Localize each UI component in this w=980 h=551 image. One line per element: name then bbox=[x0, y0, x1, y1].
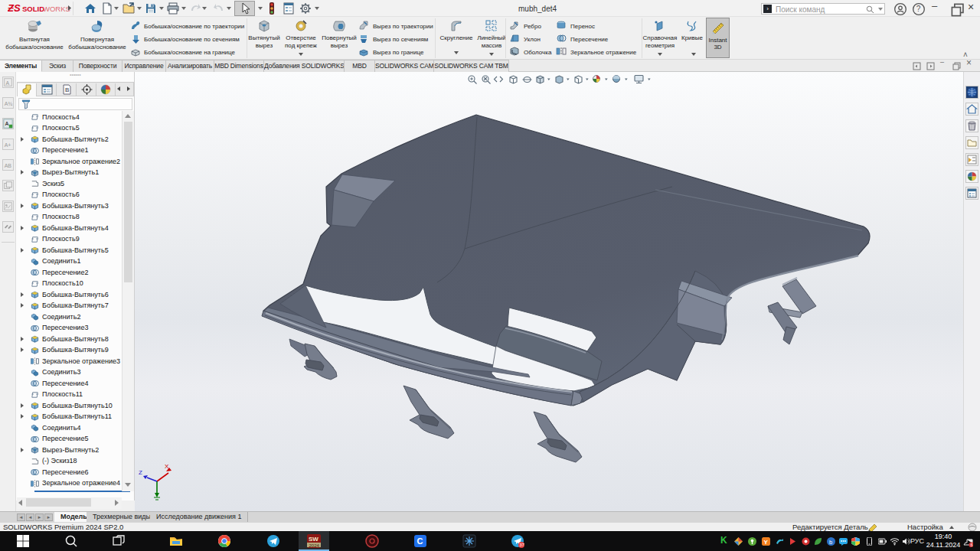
svg-text:AB: AB bbox=[5, 163, 12, 168]
svg-text:C: C bbox=[417, 536, 423, 546]
svg-text:Y: Y bbox=[764, 539, 769, 546]
svg-text:SW: SW bbox=[309, 536, 318, 543]
svg-text:WORKS: WORKS bbox=[43, 5, 70, 13]
svg-text:A+: A+ bbox=[5, 142, 11, 148]
svg-text:?: ? bbox=[916, 5, 921, 13]
svg-text:2024: 2024 bbox=[309, 543, 320, 548]
svg-text:B: B bbox=[65, 86, 69, 93]
svg-text:A: A bbox=[5, 121, 9, 126]
svg-text:A¾: A¾ bbox=[5, 101, 13, 106]
svg-text:6: 6 bbox=[970, 543, 972, 547]
svg-text:A: A bbox=[5, 80, 9, 86]
svg-text:Z: Z bbox=[139, 469, 142, 476]
svg-text:SOLID: SOLID bbox=[22, 5, 44, 13]
svg-text:ƵS: ƵS bbox=[8, 2, 21, 14]
svg-text:X: X bbox=[165, 463, 169, 470]
svg-text:37: 37 bbox=[520, 543, 524, 547]
svg-text:b: b bbox=[829, 539, 832, 546]
